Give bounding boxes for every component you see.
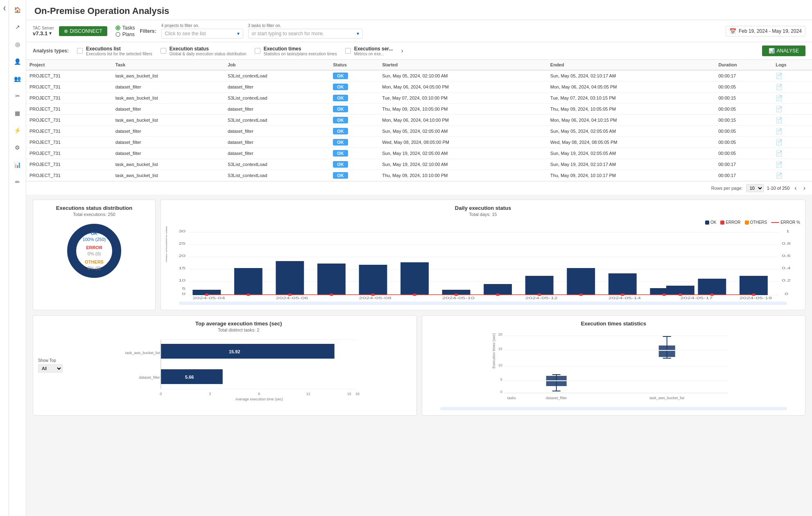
- sidebar-icon-gear[interactable]: ⚙: [12, 142, 23, 153]
- svg-rect-24: [317, 264, 346, 295]
- log-icon[interactable]: 📄: [776, 117, 783, 123]
- date-range-value: Feb 19, 2024 - May 19, 2024: [739, 28, 802, 34]
- tasks-radio-circle: [115, 25, 120, 30]
- tasks-radio[interactable]: Tasks: [115, 25, 135, 31]
- legend-error-dot: [720, 220, 724, 225]
- exec-ser-title: Executions ser...: [354, 46, 393, 52]
- tac-server-select[interactable]: v7.3.1 ▾: [33, 30, 54, 36]
- log-icon[interactable]: 📄: [776, 172, 783, 179]
- svg-point-43: [495, 293, 500, 296]
- svg-text:0: 0: [785, 292, 788, 296]
- nav-collapse[interactable]: ❮: [0, 0, 9, 516]
- log-icon[interactable]: 📄: [776, 84, 783, 90]
- svg-text:30: 30: [179, 229, 185, 233]
- executions-list-checkbox[interactable]: [77, 48, 83, 54]
- sidebar-icon-users[interactable]: 👥: [12, 73, 23, 84]
- svg-point-39: [329, 293, 333, 296]
- legend-errorpct-label: ERROR %: [780, 220, 800, 225]
- analyse-icon: 📊: [769, 48, 775, 54]
- analysis-type-exec-times[interactable]: Execution times Statistics on tasks/plan…: [255, 46, 337, 56]
- sidebar-icon-circle[interactable]: ◎: [12, 39, 23, 50]
- analysis-types-nav-icon[interactable]: ›: [401, 47, 403, 55]
- table-row: PROJECT_731task_aws_bucket_listS3List_co…: [26, 170, 812, 181]
- sidebar-icon-flash[interactable]: ⚡: [12, 125, 23, 136]
- show-top-select[interactable]: All 5 10: [38, 364, 63, 373]
- donut-ok-pct: 100% (250): [83, 236, 106, 243]
- svg-point-42: [454, 293, 458, 296]
- log-icon[interactable]: 📄: [776, 106, 783, 112]
- table-row: PROJECT_731task_aws_bucket_listS3List_co…: [26, 115, 812, 126]
- log-icon[interactable]: 📄: [776, 73, 783, 79]
- svg-point-47: [662, 293, 666, 296]
- log-icon[interactable]: 📄: [776, 161, 783, 168]
- sidebar-icon-home[interactable]: 🏠: [12, 4, 23, 16]
- svg-text:20: 20: [498, 332, 502, 336]
- svg-text:10: 10: [498, 363, 502, 367]
- col-project: Project: [26, 60, 112, 70]
- exec-ser-checkbox[interactable]: [345, 48, 351, 54]
- main-content: On-Premise Operation Analysis TAC Server…: [26, 0, 812, 516]
- sidebar-icon-user[interactable]: 👤: [12, 56, 23, 67]
- legend-others-dot: [745, 220, 749, 225]
- exec-times-checkbox[interactable]: [255, 48, 260, 54]
- filter2-wrapper: 3 tasks to filter on. or start typing to…: [248, 23, 363, 39]
- exec-status-checkbox[interactable]: [161, 48, 166, 54]
- exec-times-stats-title: Execution times statistics: [427, 321, 801, 327]
- col-duration: Duration: [715, 60, 772, 70]
- show-top-label: Show Top: [38, 358, 63, 363]
- status-badge: OK: [333, 128, 348, 134]
- status-badge: OK: [333, 172, 348, 179]
- plans-radio[interactable]: Plans: [115, 32, 135, 37]
- calendar-icon: 📅: [729, 28, 736, 34]
- exec-times-stats-svg: 20 15 10 5 0: [427, 327, 801, 405]
- col-job: Job: [224, 60, 330, 70]
- filter2-dropdown[interactable]: or start typing to search for more. ▾: [248, 29, 363, 39]
- log-icon[interactable]: 📄: [776, 139, 783, 145]
- status-badge: OK: [333, 117, 348, 123]
- charts-area: Executions status distribution Total exe…: [26, 195, 812, 516]
- filter2-hint: 3 tasks to filter on.: [248, 23, 363, 28]
- svg-text:15: 15: [179, 266, 185, 270]
- analyse-label: ANALYSE: [777, 48, 799, 54]
- col-ended: Ended: [547, 60, 715, 70]
- svg-text:dataset_filter: dataset_filter: [139, 375, 160, 380]
- legend-others: OTHERS: [745, 220, 767, 225]
- top-exec-card: Show Top All 5 10 Top average execution …: [33, 315, 417, 416]
- svg-point-36: [205, 293, 209, 296]
- filter1-dropdown[interactable]: Click to see the list ▾: [161, 29, 243, 39]
- svg-rect-29: [525, 276, 554, 295]
- table-row: PROJECT_731dataset_filterdataset_filterO…: [26, 82, 812, 93]
- sidebar-icon-edit[interactable]: ✏: [12, 176, 23, 188]
- date-range-button[interactable]: 📅 Feb 19, 2024 - May 19, 2024: [726, 26, 805, 36]
- log-icon[interactable]: 📄: [776, 128, 783, 134]
- log-icon[interactable]: 📄: [776, 95, 783, 101]
- analysis-type-executions-list[interactable]: Executions list Executions list for the …: [77, 46, 152, 56]
- donut-labels: OK 100% (250) ERROR 0% (0) OTHERS 0% (0): [83, 230, 106, 271]
- svg-text:0: 0: [500, 390, 502, 394]
- sidebar-icon-chart[interactable]: 📊: [12, 159, 23, 170]
- rows-per-page-select[interactable]: 10 25 50: [746, 184, 764, 192]
- svg-text:5.66: 5.66: [185, 375, 194, 380]
- sidebar-icon-link[interactable]: ↗: [12, 21, 23, 33]
- svg-point-44: [537, 293, 541, 296]
- svg-point-40: [371, 293, 375, 296]
- donut-chart-subtitle: Total executions: 250: [38, 212, 150, 217]
- analyse-button[interactable]: 📊 ANALYSE: [762, 45, 805, 56]
- svg-text:6: 6: [258, 392, 260, 396]
- next-page-button[interactable]: ›: [802, 184, 807, 192]
- analysis-type-exec-status[interactable]: Execution status Global & daily executio…: [161, 46, 247, 56]
- chevron-left-icon: ❮: [3, 6, 6, 10]
- disconnect-button[interactable]: ⊗ DISCONNECT: [59, 26, 107, 36]
- log-icon[interactable]: 📄: [776, 150, 783, 157]
- prev-page-button[interactable]: ‹: [793, 184, 798, 192]
- svg-text:12: 12: [306, 392, 310, 396]
- analysis-type-exec-ser[interactable]: Executions ser... Metrics on exe...: [345, 46, 393, 56]
- daily-chart-legend: OK ERROR OTHERS ERROR %: [166, 220, 800, 225]
- tac-server-section: TAC Server v7.3.1 ▾: [33, 26, 54, 36]
- sidebar-icon-scissors[interactable]: ✂: [12, 90, 23, 102]
- exec-times-subtitle: Statistics on tasks/plans execution time…: [264, 52, 337, 56]
- filters-label: Filters:: [140, 28, 156, 34]
- filter1-hint: 4 projects to filter on.: [161, 23, 243, 28]
- sidebar-icon-grid[interactable]: ▦: [12, 107, 23, 119]
- executions-list-title: Executions list: [86, 46, 152, 52]
